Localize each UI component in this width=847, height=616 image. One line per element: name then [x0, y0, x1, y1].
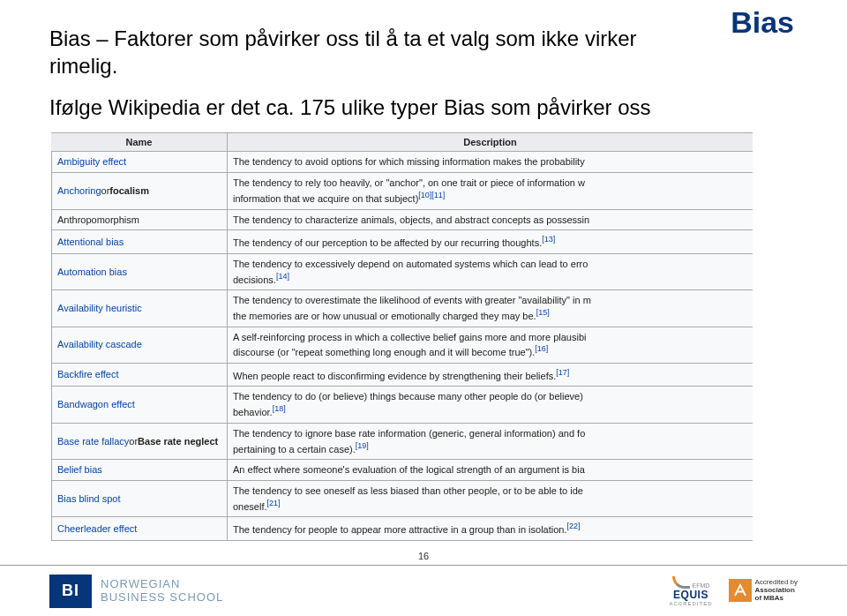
th-name: Name: [51, 133, 228, 151]
desc-text: The tendency to ignore base rate informa…: [233, 428, 585, 439]
amba-icon: [729, 579, 752, 602]
name-text: Base rate neglect: [138, 435, 218, 448]
reference-link[interactable]: [21]: [267, 499, 281, 507]
efmd-label: EFMD: [693, 582, 710, 589]
table-row: Base rate fallacy or Base rate neglectTh…: [51, 424, 753, 460]
bias-link[interactable]: Bandwagon effect: [57, 398, 135, 411]
desc-text: The tendency to characterize animals, ob…: [233, 214, 589, 225]
bias-link[interactable]: Attentional bias: [57, 236, 124, 249]
cell-name: Bandwagon effect: [51, 387, 228, 422]
bias-link[interactable]: Availability heuristic: [57, 302, 142, 315]
desc-text: information that we acquire on that subj…: [233, 193, 418, 204]
th-description: Description: [228, 133, 753, 151]
table-row: Attentional biasThe tendency of our perc…: [51, 230, 753, 254]
bi-mark: BI: [49, 575, 92, 608]
desc-text: An effect where someone's evaluation of …: [233, 464, 585, 475]
reference-link[interactable]: [18]: [273, 404, 286, 413]
bias-link[interactable]: Cheerleader effect: [57, 522, 137, 536]
table-row: Availability heuristicThe tendency to ov…: [51, 290, 753, 327]
table-row: Backfire effectWhen people react to disc…: [51, 364, 753, 387]
bias-link[interactable]: Automation bias: [57, 266, 127, 279]
bias-link[interactable]: Ambiguity effect: [57, 155, 126, 169]
cell-name: Base rate fallacy or Base rate neglect: [51, 424, 228, 459]
desc-text: pertaining to a certain case).: [233, 443, 356, 454]
table-row: Cheerleader effectThe tendency for peopl…: [51, 517, 753, 541]
bias-link[interactable]: Belief bias: [57, 463, 102, 477]
table-row: Availability cascadeA self-reinforcing p…: [51, 327, 753, 364]
table-row: Anchoring or focalismThe tendency to rel…: [51, 173, 753, 209]
heading-text: Bias – Faktorer som påvirker oss til å t…: [49, 25, 798, 79]
cell-description: The tendency to overestimate the likelih…: [228, 290, 753, 326]
cell-description: The tendency to avoid options for which …: [228, 152, 753, 172]
desc-text: The tendency to overestimate the likelih…: [233, 295, 591, 305]
desc-text: When people react to disconfirming evide…: [233, 371, 556, 381]
reference-link[interactable]: [16]: [535, 344, 548, 353]
cell-name: Availability cascade: [51, 327, 228, 363]
page-number: 16: [418, 551, 429, 561]
cell-name: Anthropomorphism: [51, 210, 228, 230]
cell-name: Backfire effect: [51, 364, 228, 387]
cell-description: The tendency to excessively depend on au…: [228, 254, 753, 289]
reference-link[interactable]: [22]: [567, 522, 581, 530]
cell-name: Cheerleader effect: [51, 517, 228, 540]
equis-swoosh-icon: [672, 576, 690, 589]
cell-description: The tendency to rely too heavily, or "an…: [228, 173, 753, 208]
title-bias: Bias: [731, 5, 794, 40]
amba-line3: of MBAs: [755, 595, 798, 603]
bi-line1: NORWEGIAN: [101, 578, 223, 590]
table-row: Ambiguity effectThe tendency to avoid op…: [51, 152, 753, 173]
desc-text: The tendency of our perception to be aff…: [233, 237, 542, 248]
name-text: or: [129, 435, 138, 448]
amba-logo: Accredited by Association of MBAs: [729, 579, 798, 602]
equis-logo: EFMD EQUIS ACCREDITED: [670, 576, 713, 606]
bias-link[interactable]: Backfire effect: [57, 368, 119, 381]
cell-name: Attentional bias: [51, 230, 228, 253]
desc-text: The tendency to see oneself as less bias…: [233, 485, 583, 496]
desc-text: decisions.: [233, 274, 276, 284]
reference-link[interactable]: [14]: [276, 272, 289, 281]
desc-text: The tendency to avoid options for which …: [233, 156, 585, 167]
table-row: Automation biasThe tendency to excessive…: [51, 254, 753, 290]
cell-name: Availability heuristic: [51, 290, 228, 326]
cell-name: Belief bias: [51, 460, 228, 480]
desc-text: The tendency to excessively depend on au…: [233, 259, 588, 269]
cell-description: When people react to disconfirming evide…: [228, 364, 753, 387]
bi-logo: BI NORWEGIAN BUSINESS SCHOOL: [49, 575, 223, 608]
heading-line2: rimelig.: [49, 54, 117, 78]
desc-text: discourse (or "repeat something long eno…: [233, 347, 535, 357]
desc-text: The tendency for people to appear more a…: [233, 524, 567, 535]
equis-accredited: ACCREDITED: [670, 601, 713, 606]
footer: BI NORWEGIAN BUSINESS SCHOOL EFMD EQUIS …: [0, 565, 847, 616]
bi-line2: BUSINESS SCHOOL: [101, 591, 223, 604]
table-row: AnthropomorphismThe tendency to characte…: [51, 210, 753, 231]
desc-text: The tendency to do (or believe) things b…: [233, 391, 583, 402]
bias-link[interactable]: Availability cascade: [57, 338, 142, 351]
reference-link[interactable]: [19]: [356, 441, 369, 450]
table-row: Bandwagon effectThe tendency to do (or b…: [51, 387, 753, 423]
cell-description: The tendency of our perception to be aff…: [228, 230, 753, 253]
reference-link[interactable]: [10]: [418, 191, 431, 199]
reference-link[interactable]: [15]: [536, 308, 550, 317]
cell-description: The tendency to see oneself as less bias…: [228, 481, 753, 516]
subheading-text: Ifølge Wikipedia er det ca. 175 ulike ty…: [49, 95, 798, 120]
reference-link[interactable]: [11]: [431, 191, 445, 199]
equis-text: EQUIS: [673, 589, 708, 601]
name-text: Anthropomorphism: [57, 214, 139, 227]
cell-name: Anchoring or focalism: [51, 173, 228, 208]
bias-link[interactable]: Bias blind spot: [57, 492, 121, 506]
desc-text: The tendency to rely too heavily, or "an…: [233, 177, 585, 188]
reference-link[interactable]: [17]: [556, 368, 569, 377]
bias-table: Name Description Ambiguity effectThe ten…: [51, 132, 753, 540]
cell-description: An effect where someone's evaluation of …: [228, 460, 753, 480]
bias-link[interactable]: Anchoring: [57, 184, 101, 198]
cell-name: Automation bias: [51, 254, 228, 289]
cell-description: The tendency to do (or believe) things b…: [228, 387, 753, 422]
bias-link[interactable]: Base rate fallacy: [57, 435, 129, 448]
desc-text: the memories are or how unusual or emoti…: [233, 311, 536, 321]
cell-name: Ambiguity effect: [51, 152, 228, 172]
heading-line1: Bias – Faktorer som påvirker oss til å t…: [49, 26, 637, 50]
cell-description: A self-reinforcing process in which a co…: [228, 327, 753, 363]
desc-text: A self-reinforcing process in which a co…: [233, 332, 586, 342]
table-row: Bias blind spotThe tendency to see onese…: [51, 481, 753, 517]
reference-link[interactable]: [13]: [542, 235, 555, 244]
